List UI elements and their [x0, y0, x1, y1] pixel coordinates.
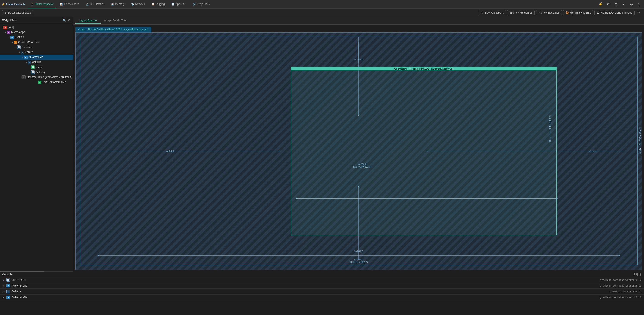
- tree-item-image[interactable]: ▶ 🖼 Image: [0, 65, 73, 70]
- console-clear-icon[interactable]: 🗑: [639, 273, 642, 276]
- console-actions: ? ⎘ 🗑: [634, 273, 642, 276]
- tree-item-column[interactable]: ▼ ⊞ Column: [0, 60, 73, 65]
- widget-tree-header: Widget Tree 🔍 ↺: [0, 17, 73, 24]
- refresh-tree-icon[interactable]: ↺: [68, 18, 71, 22]
- nav-tab-memory[interactable]: 💾 Memory: [108, 0, 128, 8]
- arrow-image: ▶: [28, 66, 31, 69]
- top-nav: ⚡ Flutter DevTools 📱 Flutter Inspector 📊…: [0, 0, 644, 9]
- right-panel: Layout Explorer Widget Details Tree Cent…: [73, 17, 644, 272]
- nav-tab-performance[interactable]: 📊 Performance: [57, 0, 82, 8]
- icon-elevatedbutton: ⊟: [22, 75, 26, 79]
- console-icon-automateme: A: [6, 284, 10, 288]
- highlight-oversized-button[interactable]: 🖼 Highlight Oversized Images: [594, 10, 634, 15]
- tree-item-materialapp[interactable]: ▼ M MaterialApp: [0, 30, 73, 35]
- memory-icon: 💾: [111, 2, 114, 5]
- icon-root: R: [4, 26, 7, 29]
- console-file-automateme: gradient_container.dart:23:16: [600, 285, 642, 287]
- console-copy-icon[interactable]: ⎘: [636, 273, 638, 276]
- lightning-icon-btn[interactable]: ⚡: [598, 1, 604, 7]
- console-file-automateme2: gradient_container.dart:23:16: [600, 296, 642, 299]
- top-arrow-line: [359, 37, 359, 63]
- config-icon-btn[interactable]: ⚙: [628, 1, 634, 7]
- tree-item-text[interactable]: ▶ T Text: "Automate.me": [0, 80, 73, 85]
- icon-container: ⬜: [17, 45, 21, 49]
- nav-tab-network[interactable]: 📡 Network: [128, 0, 148, 8]
- icon-center: ⊕: [21, 51, 24, 54]
- arrow-center: ▼: [18, 51, 21, 54]
- layout-explorer: Center - RenderPositionedBox#d9008 relay…: [73, 24, 644, 272]
- highlight-repaints-button[interactable]: 🎨 Highlight Repaints: [563, 10, 593, 15]
- console-item-container[interactable]: ▶ ⬜ Container gradient_container.dart:14…: [0, 277, 644, 283]
- meas-inner-h: h=308.0 (0.0<=h<=791.3): [549, 115, 551, 142]
- expand-arrow-automateme2[interactable]: ▶: [2, 296, 4, 299]
- search-icon[interactable]: 🔍: [62, 18, 67, 22]
- icon-image: 🖼: [31, 65, 34, 69]
- star-icon-btn[interactable]: ★: [621, 1, 627, 7]
- nav-tab-app-size[interactable]: 📄 App Size: [168, 0, 189, 8]
- refresh-icon-btn[interactable]: ↺: [605, 1, 611, 7]
- flutter-inspector-icon: 📱: [31, 2, 34, 5]
- icon-automateme: A: [24, 56, 28, 59]
- tree-scroll-indicator: [0, 271, 73, 272]
- console-item-column[interactable]: ▶ ⊞ Column automate_me.dart:26:12: [0, 289, 644, 295]
- inner-rect-label: AutomateMe - RenderFlex#610f3 relayoutBo…: [291, 67, 556, 70]
- tab-widget-details-tree[interactable]: Widget Details Tree: [100, 18, 130, 24]
- widget-tree-title: Widget Tree: [2, 19, 17, 22]
- console-icon-automateme2: A: [6, 296, 10, 299]
- console-help-icon[interactable]: ?: [634, 273, 635, 276]
- layout-selected-label: Center - RenderPositionedBox#d9008 relay…: [76, 27, 151, 32]
- select-widget-mode-button[interactable]: ⊕ Select Widget Mode: [2, 10, 33, 15]
- meas-w-left: w=96.4: [166, 150, 174, 152]
- settings-icon-btn[interactable]: ⚙: [613, 1, 619, 7]
- tree-item-gradientcontainer[interactable]: ▼ G GradientContainer: [0, 40, 73, 45]
- select-widget-icon: ⊕: [4, 11, 7, 14]
- slow-animations-button[interactable]: ⏱ Slow Animations: [478, 10, 506, 15]
- expand-arrow-automateme[interactable]: ▶: [2, 285, 4, 287]
- tree-item-center[interactable]: ▼ ⊕ Center: [0, 50, 73, 55]
- console-item-automateme[interactable]: ▶ A AutomateMe gradient_container.dart:2…: [0, 283, 644, 289]
- expand-arrow-container[interactable]: ▶: [2, 279, 4, 281]
- tree-item-padding[interactable]: ▼ ⬜ Padding: [0, 70, 73, 75]
- nav-tab-deep-links[interactable]: 🔗 Deep Links: [189, 0, 213, 8]
- expand-arrow-column[interactable]: ▶: [2, 291, 4, 293]
- settings-gear-icon-btn[interactable]: ⚙: [636, 10, 642, 16]
- widget-tree-content: ▼ R [root] ▼ M MaterialApp ▼ S Scaffold …: [0, 24, 73, 271]
- tree-item-elevatedbutton[interactable]: ▼ ⊟ ElevatedButton-[<'automateMeButton'>…: [0, 75, 73, 80]
- tab-layout-explorer[interactable]: Layout Explorer: [76, 18, 100, 24]
- arrow-gradientcontainer: ▼: [11, 41, 14, 44]
- console-items-list: ▶ ⬜ Container gradient_container.dart:14…: [0, 277, 644, 315]
- console-file-container: gradient_container.dart:14:12: [600, 279, 642, 281]
- icon-gradientcontainer: G: [14, 40, 17, 44]
- nav-tab-logging[interactable]: 📋 Logging: [148, 0, 168, 8]
- arrow-container: ▼: [15, 46, 17, 49]
- console-item-container-left: ▶ ⬜ Container: [2, 278, 26, 282]
- app-size-icon: 📄: [171, 2, 174, 5]
- tree-item-root[interactable]: ▼ R [root]: [0, 25, 73, 30]
- tree-item-container[interactable]: ▼ ⬜ Container: [0, 45, 73, 50]
- highlight-oversized-icon: 🖼: [597, 11, 599, 14]
- inner-rect-automateme: AutomateMe - RenderFlex#610f3 relayoutBo…: [291, 67, 557, 235]
- console-panel: Console ? ⎘ 🗑 ▶ ⬜ Container gradient_con…: [0, 272, 644, 315]
- highlight-repaints-icon: 🎨: [566, 11, 569, 14]
- console-item-automateme2[interactable]: ▶ A AutomateMe gradient_container.dart:2…: [0, 295, 644, 300]
- icon-padding: ⬜: [31, 70, 34, 74]
- tree-item-scaffold[interactable]: ▼ S Scaffold: [0, 35, 73, 40]
- nav-tab-flutter-inspector[interactable]: 📱 Flutter Inspector: [28, 0, 57, 8]
- console-header: Console ? ⎘ 🗑: [0, 272, 644, 277]
- tree-scroll-thumb: [0, 271, 44, 272]
- show-baselines-button[interactable]: ≡ Show Baselines: [536, 10, 562, 15]
- arrow-root: ▼: [1, 26, 4, 29]
- nav-tab-cpu-profiler[interactable]: 🔬 CPU Profiler: [82, 0, 108, 8]
- inspector-tab-bar: Layout Explorer Widget Details Tree: [73, 17, 644, 24]
- meas-outer-h: h=791.3 (0.0<=h<=791.3): [638, 127, 641, 154]
- help-icon-btn[interactable]: ?: [636, 1, 642, 7]
- console-name-column: Column: [12, 290, 21, 293]
- meas-inner-w: w=200.0;(0.0<=w<=392.7): [353, 163, 372, 168]
- arrow-padding: ▼: [28, 71, 31, 74]
- show-guidelines-button[interactable]: ⊞ Show Guidelines: [507, 10, 535, 15]
- tree-item-automateme[interactable]: ▼ A AutomateMe: [0, 55, 73, 60]
- brand-icon: ⚡: [2, 3, 5, 6]
- console-item-automateme-left: ▶ A AutomateMe: [2, 284, 27, 288]
- console-file-column: automate_me.dart:26:12: [610, 290, 642, 293]
- console-name-container: Container: [12, 278, 26, 281]
